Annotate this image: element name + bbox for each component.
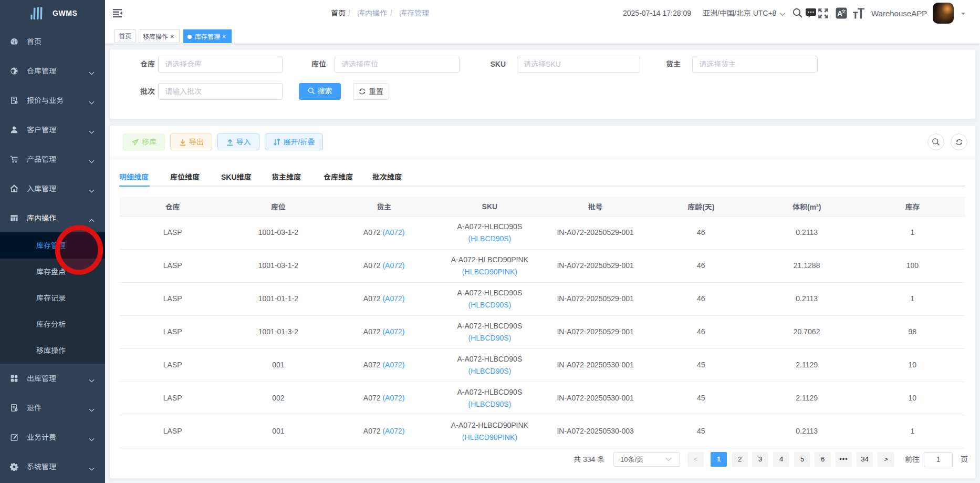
svg-text:文: 文 (841, 8, 846, 14)
